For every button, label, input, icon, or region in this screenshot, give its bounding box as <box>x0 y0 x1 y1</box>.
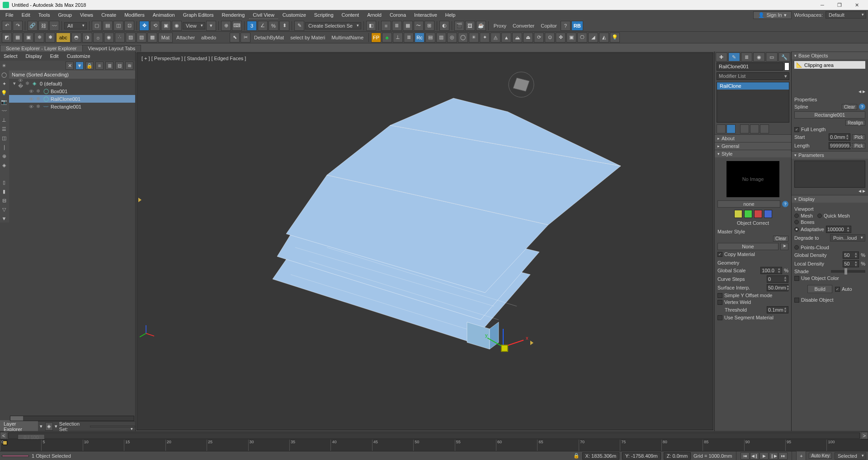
tool-c12[interactable]: ⏏ <box>523 33 533 43</box>
menu-tools[interactable]: Tools <box>35 11 54 19</box>
tool-a12[interactable]: ▧ <box>137 33 146 43</box>
degrade-dropdown[interactable]: Poin...loud <box>830 234 865 242</box>
realign-button[interactable]: Realign <box>845 120 865 126</box>
toggle-ribbon-button[interactable]: ▦ <box>403 21 413 31</box>
side-ic-12[interactable]: ◈ <box>0 161 8 169</box>
tool-mat[interactable]: Mat <box>158 33 173 43</box>
goto-end[interactable]: ⏭ <box>778 452 788 460</box>
tree-item-rectangle[interactable]: 👁❄〰 Rectangle001 <box>9 103 135 110</box>
angle-snap-button[interactable]: ∠ <box>258 21 268 31</box>
tool-c6[interactable]: ◯ <box>458 33 468 43</box>
converter-button[interactable]: Converter <box>510 22 537 29</box>
length-pick-button[interactable]: Pick <box>852 143 865 149</box>
chip-2[interactable] <box>744 210 752 218</box>
rc-button[interactable]: Rc <box>415 33 425 43</box>
tree-icon[interactable]: ♣ <box>382 33 392 43</box>
timeline-ruler[interactable]: 0510152025303540455055606570758085909510… <box>0 439 868 451</box>
cursor-icon[interactable]: ⬉ <box>230 33 240 43</box>
radio-adaptative[interactable] <box>794 227 799 232</box>
surface-interp-spinner[interactable]: 50.0mm▲▼ <box>767 284 788 291</box>
tool-a11[interactable]: ▨ <box>126 33 136 43</box>
menu-graph-editors[interactable]: Graph Editors <box>179 11 217 19</box>
explorer-edit[interactable]: Edit <box>50 53 59 59</box>
workspaces-dropdown[interactable]: Default <box>826 11 866 19</box>
tree-item-railclone[interactable]: 👁❄◯ RailClone001 <box>9 95 135 103</box>
spinner-snap-button[interactable]: ⬍ <box>279 21 289 31</box>
tool-a10[interactable]: ∴ <box>115 33 125 43</box>
curve-editor-button[interactable]: 〜 <box>414 21 424 31</box>
play-button[interactable]: ▶ <box>760 452 769 460</box>
layers-button[interactable]: ≣ <box>392 21 402 31</box>
exp-b4[interactable]: ≋ <box>125 62 133 70</box>
side-ic-8[interactable]: ☰ <box>0 125 8 133</box>
status-y[interactable]: Y: -1758.409m <box>622 452 661 460</box>
radio-points-cloud[interactable] <box>794 245 799 250</box>
rollout-display[interactable]: ▾Display <box>792 195 868 203</box>
layer-icon[interactable]: ◈ <box>45 422 53 431</box>
schematic-view-button[interactable]: ⊞ <box>425 21 434 31</box>
modifier-stack[interactable]: RailClone <box>717 82 789 123</box>
chip-4[interactable] <box>764 210 772 218</box>
use-pivot-button[interactable]: ▾ <box>206 21 216 31</box>
selection-set-dropdown[interactable] <box>90 426 135 427</box>
tool-a13[interactable]: ▩ <box>147 33 157 43</box>
global-scale-spinner[interactable]: 100.0▲▼ <box>760 267 782 274</box>
attacher-button[interactable]: Attacher <box>174 34 198 41</box>
exp-filter[interactable]: ▼ <box>75 62 84 70</box>
side-ic-11[interactable]: ⊕ <box>0 152 8 160</box>
menu-help[interactable]: Help <box>442 11 459 19</box>
menu-file[interactable]: File <box>2 11 17 19</box>
window-maximize-button[interactable]: ❐ <box>831 0 848 10</box>
tab-modify[interactable]: ✎ <box>728 52 740 62</box>
side-ic-1[interactable]: ☀ <box>0 62 8 70</box>
radio-boxes[interactable] <box>794 220 799 224</box>
tool-c17[interactable]: ⎔ <box>577 33 587 43</box>
link-button[interactable]: 🔗 <box>28 21 38 31</box>
show-end-result[interactable] <box>726 124 736 133</box>
menu-modifiers[interactable]: Modifiers <box>121 11 148 19</box>
script-listener[interactable] <box>2 455 29 457</box>
edit-named-sel-button[interactable]: ✎ <box>294 21 304 31</box>
exp-clear[interactable]: ✕ <box>66 62 74 70</box>
build-button[interactable]: Build <box>807 285 832 293</box>
side-ic-5[interactable]: 📷 <box>0 98 8 106</box>
tree-root[interactable]: ▾👁�❄ ◈ 0 (default) <box>9 80 135 87</box>
nav-left[interactable]: ◀ <box>859 90 861 94</box>
auto-check[interactable]: ✓ <box>835 287 840 292</box>
param-nav-left[interactable]: ◀ <box>859 189 861 193</box>
menu-animation[interactable]: Animation <box>149 11 179 19</box>
curve-steps-spinner[interactable]: 0▲▼ <box>767 275 788 283</box>
start-spinner[interactable]: 0.0mm▲▼ <box>829 133 850 141</box>
explorer-customize[interactable]: Customize <box>67 53 90 59</box>
menu-edit[interactable]: Edit <box>18 11 34 19</box>
redo-button[interactable]: ↷ <box>13 21 23 31</box>
side-ic-3[interactable]: ✦ <box>0 80 8 88</box>
side-ic-2[interactable]: ◯ <box>0 71 8 79</box>
undo-button[interactable]: ↶ <box>2 21 12 31</box>
tab-viewport-layouts[interactable]: Viewport Layout Tabs <box>82 45 142 52</box>
style-thumbnail[interactable]: No Image <box>726 161 779 197</box>
menu-customize[interactable]: Customize <box>279 11 310 19</box>
tool-c7[interactable]: ☀ <box>469 33 479 43</box>
select-scale-button[interactable]: ▣ <box>161 21 171 31</box>
time-next[interactable]: > <box>861 432 868 439</box>
pin-stack[interactable] <box>717 124 726 133</box>
tool-abc[interactable]: abc <box>56 33 71 43</box>
menu-interactive[interactable]: Interactive <box>410 11 441 19</box>
rb-button[interactable]: RB <box>571 21 583 31</box>
tool-c4[interactable]: ▥ <box>436 33 446 43</box>
menu-content[interactable]: Content <box>338 11 363 19</box>
spline-value-button[interactable]: Rectangle001 <box>794 111 865 119</box>
rectangular-region-button[interactable]: ◫ <box>113 21 123 31</box>
shade-slider[interactable] <box>831 270 866 273</box>
tool-a6[interactable]: ◓ <box>71 33 81 43</box>
tool-c8[interactable]: ✦ <box>480 33 490 43</box>
tab-scene-explorer[interactable]: Scene Explorer - Layer Explorer <box>0 45 83 52</box>
detach-by-mat[interactable]: DetachByMat <box>251 34 287 41</box>
side-ic-16[interactable]: ▽ <box>0 205 8 213</box>
side-ic-4[interactable]: 💡 <box>0 89 8 97</box>
menu-views[interactable]: Views <box>76 11 97 19</box>
tab-hierarchy[interactable]: ≣ <box>741 52 753 62</box>
select-place-button[interactable]: ◉ <box>172 21 182 31</box>
tool-c11[interactable]: ⛰ <box>512 33 522 43</box>
